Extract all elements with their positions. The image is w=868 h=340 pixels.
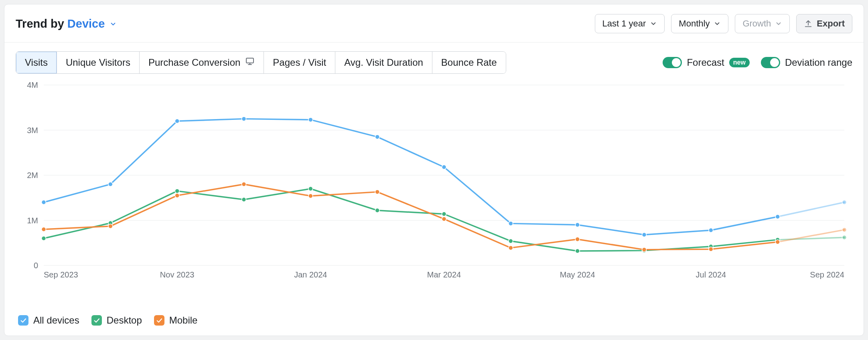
dimension-selector-label[interactable]: Device xyxy=(67,17,105,30)
svg-text:1M: 1M xyxy=(27,216,38,225)
tab-unique-visitors[interactable]: Unique Visitors xyxy=(57,52,140,73)
svg-rect-0 xyxy=(246,58,254,63)
switch-on-icon[interactable] xyxy=(663,57,682,68)
toggles: Forecast new Deviation range xyxy=(663,57,852,68)
growth-select[interactable]: Growth xyxy=(735,14,790,33)
monitor-icon xyxy=(245,57,255,69)
legend-swatch xyxy=(18,315,28,326)
svg-point-54 xyxy=(575,237,580,241)
card-title[interactable]: Trend by Device xyxy=(16,17,117,30)
deviation-toggle[interactable]: Deviation range xyxy=(761,57,852,68)
svg-point-36 xyxy=(242,197,246,202)
tab-visits[interactable]: Visits xyxy=(16,52,57,73)
svg-point-25 xyxy=(375,135,379,139)
svg-point-35 xyxy=(175,189,179,193)
svg-text:Jul 2024: Jul 2024 xyxy=(696,270,726,279)
tab-label: Bounce Rate xyxy=(441,57,497,68)
legend-swatch xyxy=(91,315,102,326)
svg-point-56 xyxy=(709,247,713,251)
deviation-label: Deviation range xyxy=(785,57,852,68)
svg-point-45 xyxy=(842,235,847,240)
svg-point-28 xyxy=(575,223,580,227)
tab-bounce-rate[interactable]: Bounce Rate xyxy=(432,52,506,73)
svg-point-21 xyxy=(108,182,113,186)
tab-label: Pages / Visit xyxy=(273,57,326,68)
legend-item[interactable]: Mobile xyxy=(154,315,198,326)
svg-text:May 2024: May 2024 xyxy=(560,270,595,279)
svg-point-40 xyxy=(509,239,513,243)
chart-area: 01M2M3M4MSep 2023Nov 2023Jan 2024Mar 202… xyxy=(4,74,864,308)
subheader: VisitsUnique VisitorsPurchase Conversion… xyxy=(4,42,864,74)
svg-text:3M: 3M xyxy=(27,126,38,135)
date-range-label: Last 1 year xyxy=(602,18,646,29)
date-range-select[interactable]: Last 1 year xyxy=(595,14,665,33)
svg-point-32 xyxy=(842,200,847,204)
legend-label: Desktop xyxy=(107,315,142,326)
chevron-down-icon xyxy=(650,20,657,27)
svg-text:0: 0 xyxy=(34,261,38,270)
svg-text:Sep 2023: Sep 2023 xyxy=(44,270,78,279)
svg-point-27 xyxy=(509,221,513,226)
legend-item[interactable]: Desktop xyxy=(91,315,142,326)
legend-label: Mobile xyxy=(169,315,198,326)
legend-swatch xyxy=(154,315,164,326)
svg-point-46 xyxy=(42,227,46,232)
card-header: Trend by Device Last 1 year Monthly Grow… xyxy=(4,4,864,42)
svg-point-29 xyxy=(642,233,647,237)
new-badge: new xyxy=(729,58,750,67)
legend-item[interactable]: All devices xyxy=(18,315,79,326)
tab-label: Unique Visitors xyxy=(66,57,130,68)
forecast-label: Forecast xyxy=(687,57,724,68)
svg-text:Nov 2023: Nov 2023 xyxy=(160,270,195,279)
svg-text:Jan 2024: Jan 2024 xyxy=(294,270,327,279)
svg-point-22 xyxy=(175,119,179,123)
svg-point-53 xyxy=(509,246,513,250)
switch-on-icon[interactable] xyxy=(761,57,780,68)
svg-point-38 xyxy=(375,208,379,212)
tab-label: Avg. Visit Duration xyxy=(344,57,423,68)
svg-point-24 xyxy=(308,117,313,122)
svg-point-52 xyxy=(442,217,446,221)
svg-point-30 xyxy=(709,228,713,233)
header-controls: Last 1 year Monthly Growth Export xyxy=(595,14,853,33)
svg-point-49 xyxy=(242,182,246,186)
metric-tabs: VisitsUnique VisitorsPurchase Conversion… xyxy=(16,51,506,74)
svg-point-55 xyxy=(642,247,647,252)
growth-label: Growth xyxy=(742,18,771,29)
svg-point-48 xyxy=(175,193,179,198)
granularity-label: Monthly xyxy=(679,18,710,29)
svg-point-23 xyxy=(242,117,246,121)
svg-text:4M: 4M xyxy=(27,81,38,89)
chevron-down-icon[interactable] xyxy=(110,20,117,28)
line-chart: 01M2M3M4MSep 2023Nov 2023Jan 2024Mar 202… xyxy=(16,81,852,289)
svg-point-50 xyxy=(308,194,313,198)
svg-point-33 xyxy=(42,236,46,241)
chevron-down-icon xyxy=(714,20,721,27)
export-label: Export xyxy=(817,18,845,29)
export-icon xyxy=(804,19,813,28)
title-prefix: Trend by xyxy=(16,17,64,30)
svg-text:Mar 2024: Mar 2024 xyxy=(427,270,461,279)
granularity-select[interactable]: Monthly xyxy=(671,14,728,33)
svg-point-37 xyxy=(308,186,313,191)
tab-label: Visits xyxy=(25,57,48,68)
tab-pages-visit[interactable]: Pages / Visit xyxy=(264,52,335,73)
svg-point-58 xyxy=(842,228,847,232)
svg-point-47 xyxy=(108,224,113,229)
svg-point-51 xyxy=(375,190,379,194)
legend-label: All devices xyxy=(33,315,79,326)
tab-label: Purchase Conversion xyxy=(148,57,240,68)
chart-legend: All devicesDesktopMobile xyxy=(4,308,864,336)
svg-point-31 xyxy=(775,215,780,219)
tab-avg-visit-duration[interactable]: Avg. Visit Duration xyxy=(335,52,432,73)
forecast-toggle[interactable]: Forecast new xyxy=(663,57,750,68)
svg-text:Sep 2024: Sep 2024 xyxy=(810,270,844,279)
svg-point-41 xyxy=(575,249,580,253)
svg-text:2M: 2M xyxy=(27,171,38,180)
chevron-down-icon xyxy=(775,20,782,27)
trend-by-device-card: Trend by Device Last 1 year Monthly Grow… xyxy=(4,4,864,336)
svg-point-57 xyxy=(775,240,780,244)
svg-point-26 xyxy=(442,165,446,169)
tab-purchase-conversion[interactable]: Purchase Conversion xyxy=(140,52,264,73)
export-button[interactable]: Export xyxy=(796,14,852,33)
